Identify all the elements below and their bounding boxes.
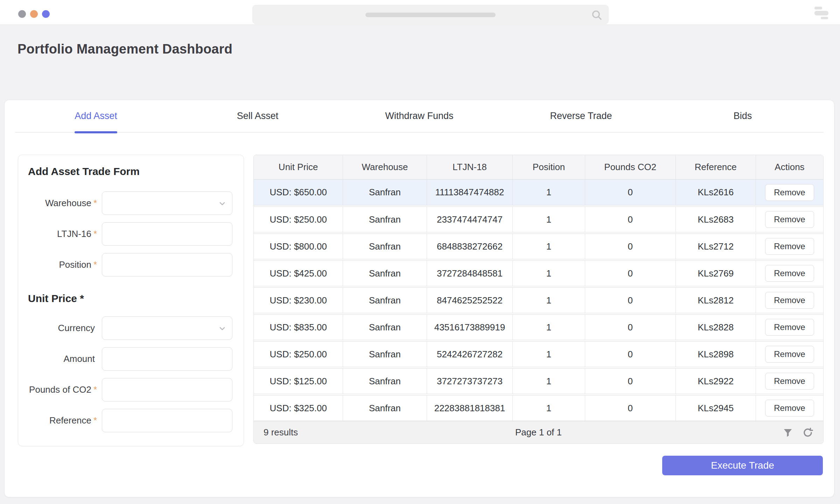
warehouse-cell: Sanfran (343, 288, 427, 313)
pounds-co2-cell: 0 (585, 315, 676, 340)
unit-price-cell: USD: $425.00 (254, 261, 343, 286)
actions-cell: Remove (756, 288, 823, 313)
remove-button[interactable]: Remove (765, 184, 814, 201)
table-row: USD: $250.00 Sanfran 5242426727282 1 0 K… (254, 341, 823, 367)
pounds-co2-cell: 0 (585, 288, 676, 313)
table-header-row: Unit Price Warehouse LTJN-18 Position Po… (254, 155, 823, 180)
form-title: Add Asset Trade Form (28, 166, 244, 177)
pounds-co2-input[interactable] (102, 378, 232, 401)
menu-icon[interactable] (814, 7, 829, 19)
refresh-icon[interactable] (802, 427, 813, 438)
tab-bar: Add Asset Sell Asset Withdraw Funds Reve… (15, 100, 824, 133)
position-cell: 1 (513, 207, 585, 232)
position-cell: 1 (513, 288, 585, 313)
ltjn18-cell: 22283881818381 (427, 396, 513, 421)
warehouse-cell: Sanfran (343, 180, 427, 205)
tab-reverse-trade[interactable]: Reverse Trade (500, 100, 662, 132)
ltjn18-cell: 6848838272662 (427, 234, 513, 259)
unit-price-cell: USD: $125.00 (254, 369, 343, 394)
pounds-co2-cell: 0 (585, 180, 676, 205)
reference-cell: KLs2828 (676, 315, 756, 340)
reference-cell: KLs2683 (676, 207, 756, 232)
table-footer: 9 results Page 1 of 1 (254, 421, 823, 443)
ltjn16-input[interactable] (102, 222, 232, 246)
col-header-position: Position (513, 155, 585, 179)
position-label: Position* (59, 259, 97, 270)
chevron-down-icon (218, 200, 226, 208)
reference-cell: KLs2712 (676, 234, 756, 259)
position-cell: 1 (513, 369, 585, 394)
page: { "page": { "title": "Portfolio Manageme… (0, 0, 840, 504)
execute-trade-button[interactable]: Execute Trade (662, 456, 823, 475)
reference-cell: KLs2898 (676, 342, 756, 367)
pounds-co2-cell: 0 (585, 369, 676, 394)
form-row-warehouse: Warehouse* (18, 191, 244, 215)
search-placeholder-line (365, 13, 496, 17)
unit-price-cell: USD: $650.00 (254, 180, 343, 205)
currency-select[interactable] (102, 316, 232, 340)
unit-price-cell: USD: $230.00 (254, 288, 343, 313)
currency-label: Currency (58, 323, 97, 334)
remove-button[interactable]: Remove (765, 400, 814, 416)
ltjn18-cell: 5242426727282 (427, 342, 513, 367)
tab-sell-asset[interactable]: Sell Asset (177, 100, 338, 132)
warehouse-select[interactable] (102, 191, 232, 215)
reference-input[interactable] (102, 409, 232, 432)
position-cell: 1 (513, 234, 585, 259)
remove-button[interactable]: Remove (765, 292, 814, 309)
chevron-down-icon (218, 324, 226, 333)
warehouse-cell: Sanfran (343, 234, 427, 259)
remove-button[interactable]: Remove (765, 346, 814, 363)
remove-button[interactable]: Remove (765, 265, 814, 282)
reference-cell: KLs2616 (676, 180, 756, 205)
search-input[interactable] (252, 5, 609, 24)
position-cell: 1 (513, 180, 585, 205)
tab-bids[interactable]: Bids (662, 100, 824, 132)
unit-price-cell: USD: $325.00 (254, 396, 343, 421)
position-input[interactable] (102, 253, 232, 276)
remove-button[interactable]: Remove (765, 211, 814, 228)
window-control-dot-orange[interactable] (30, 10, 38, 18)
reference-label: Reference* (49, 415, 97, 426)
ltjn18-cell: 2337474474747 (427, 207, 513, 232)
form-row-pounds-co2: Pounds of CO2* (18, 378, 244, 401)
asset-table: Unit Price Warehouse LTJN-18 Position Po… (253, 155, 824, 444)
required-asterisk: * (93, 229, 97, 239)
pounds-co2-cell: 0 (585, 342, 676, 367)
required-asterisk: * (93, 198, 97, 208)
window-control-dot-indigo[interactable] (42, 10, 50, 18)
form-row-reference: Reference* (18, 409, 244, 432)
warehouse-cell: Sanfran (343, 315, 427, 340)
tab-withdraw-funds[interactable]: Withdraw Funds (338, 100, 500, 132)
table-footer-icons (783, 427, 813, 438)
remove-button[interactable]: Remove (765, 319, 814, 336)
actions-cell: Remove (756, 234, 823, 259)
col-header-warehouse: Warehouse (343, 155, 427, 179)
col-header-ltjn18: LTJN-18 (427, 155, 513, 179)
amount-input[interactable] (102, 347, 232, 371)
window-titlebar (0, 0, 840, 25)
window-control-dot-gray[interactable] (18, 10, 26, 18)
table-row: USD: $835.00 Sanfran 43516173889919 1 0 … (254, 314, 823, 340)
page-title: Portfolio Management Dashboard (18, 41, 232, 57)
filter-icon[interactable] (783, 427, 793, 438)
unit-price-cell: USD: $250.00 (254, 342, 343, 367)
main-card: Add Asset Sell Asset Withdraw Funds Reve… (4, 100, 834, 497)
form-row-position: Position* (18, 253, 244, 276)
actions-cell: Remove (756, 207, 823, 232)
remove-button[interactable]: Remove (765, 373, 814, 390)
col-header-actions: Actions (756, 155, 823, 179)
position-cell: 1 (513, 261, 585, 286)
table-row: USD: $325.00 Sanfran 22283881818381 1 0 … (254, 395, 823, 421)
actions-cell: Remove (756, 261, 823, 286)
reference-cell: KLs2922 (676, 369, 756, 394)
remove-button[interactable]: Remove (765, 238, 814, 255)
required-asterisk: * (93, 259, 97, 270)
search-icon[interactable] (591, 9, 603, 21)
add-asset-form: Add Asset Trade Form Warehouse* LTJN-16*… (18, 155, 244, 446)
actions-cell: Remove (756, 396, 823, 421)
ltjn18-cell: 3727284848581 (427, 261, 513, 286)
position-cell: 1 (513, 396, 585, 421)
tab-add-asset[interactable]: Add Asset (15, 100, 177, 132)
actions-cell: Remove (756, 342, 823, 367)
